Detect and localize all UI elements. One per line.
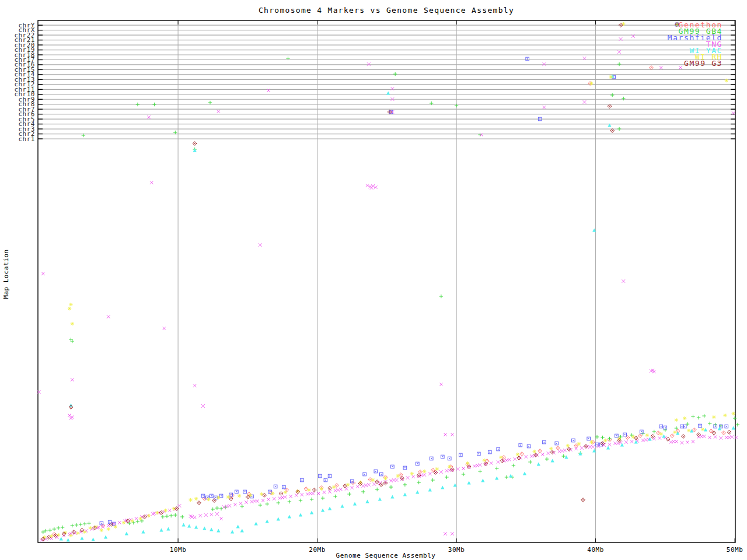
marker-point <box>301 493 304 496</box>
marker-point <box>210 528 213 531</box>
marker-point <box>118 521 121 524</box>
marker-point <box>80 537 83 540</box>
marker-point <box>692 440 695 443</box>
marker-point <box>323 491 326 494</box>
marker-point <box>448 457 451 460</box>
marker-point <box>368 478 372 482</box>
marker-point <box>669 440 673 444</box>
marker-point <box>193 142 197 146</box>
marker-point <box>136 103 139 106</box>
marker-point <box>448 465 451 468</box>
marker-point <box>386 92 390 95</box>
marker-point <box>383 477 387 480</box>
marker-point <box>159 528 163 532</box>
series-genethon <box>52 66 725 537</box>
marker-point <box>353 502 357 506</box>
marker-point <box>266 520 269 523</box>
marker-point <box>693 428 697 432</box>
marker-point <box>708 422 711 425</box>
marker-point <box>555 442 558 445</box>
marker-point <box>312 488 316 492</box>
marker-point <box>365 500 369 503</box>
marker-point <box>545 457 549 461</box>
x-tick-label-50Mb: 50Mb <box>727 546 743 554</box>
marker-point <box>686 440 689 444</box>
marker-point <box>219 494 223 498</box>
marker-point <box>406 476 410 480</box>
marker-point <box>395 478 399 482</box>
marker-point <box>708 436 711 439</box>
marker-point <box>328 487 332 491</box>
marker-point <box>233 503 237 506</box>
marker-point <box>168 509 172 512</box>
marker-point <box>391 465 395 468</box>
marker-point <box>332 485 336 489</box>
marker-point <box>732 426 735 430</box>
marker-point <box>108 520 111 524</box>
marker-point <box>488 450 492 454</box>
marker-point <box>347 492 351 496</box>
marker-point <box>670 434 674 438</box>
marker-point <box>141 530 145 534</box>
marker-point <box>340 505 344 508</box>
marker-point <box>520 452 524 456</box>
marker-point <box>277 517 280 521</box>
marker-point <box>396 474 400 478</box>
marker-point <box>583 100 587 104</box>
x-tick-label-30Mb: 30Mb <box>448 546 465 554</box>
marker-point <box>727 430 731 435</box>
series-gm99-gb4 <box>41 57 740 534</box>
marker-point <box>320 487 323 491</box>
marker-point <box>41 272 45 275</box>
marker-point <box>462 467 465 470</box>
marker-point <box>163 327 166 330</box>
marker-point <box>57 526 60 530</box>
marker-point <box>650 66 654 70</box>
marker-point <box>277 501 280 505</box>
marker-point <box>567 447 571 452</box>
marker-point <box>83 522 86 526</box>
marker-point <box>505 459 508 462</box>
marker-point <box>514 457 517 461</box>
marker-point <box>673 430 676 434</box>
marker-point <box>288 500 291 503</box>
marker-point <box>75 523 78 527</box>
chr-row-label-chr1: chr1 <box>2 136 35 142</box>
marker-point <box>651 435 655 439</box>
marker-point <box>235 490 239 494</box>
marker-point <box>444 433 447 436</box>
marker-point <box>703 435 706 438</box>
marker-point <box>609 75 613 79</box>
marker-point <box>720 436 723 440</box>
marker-point <box>378 498 382 501</box>
marker-point <box>310 498 313 501</box>
marker-point <box>622 97 625 100</box>
marker-point <box>76 531 79 535</box>
marker-point <box>60 537 63 541</box>
marker-point <box>523 472 526 475</box>
marker-point <box>403 493 407 496</box>
marker-point <box>203 527 206 530</box>
marker-point <box>324 478 327 482</box>
marker-point <box>541 453 544 456</box>
marker-point <box>615 434 619 438</box>
marker-point <box>722 431 726 435</box>
marker-point <box>259 243 262 247</box>
marker-point <box>299 499 302 502</box>
marker-point <box>163 509 167 512</box>
marker-point <box>228 504 232 508</box>
marker-point <box>403 466 407 470</box>
marker-point <box>187 524 191 528</box>
marker-point <box>217 496 220 499</box>
marker-point <box>484 462 488 466</box>
marker-point <box>495 477 498 480</box>
marker-point <box>620 443 624 447</box>
marker-point <box>339 488 343 491</box>
marker-point <box>664 428 667 432</box>
marker-point <box>104 536 107 539</box>
marker-point <box>243 490 247 494</box>
marker-point <box>253 499 257 503</box>
marker-point <box>182 523 186 527</box>
marker-point <box>679 66 682 69</box>
marker-point <box>189 498 192 502</box>
